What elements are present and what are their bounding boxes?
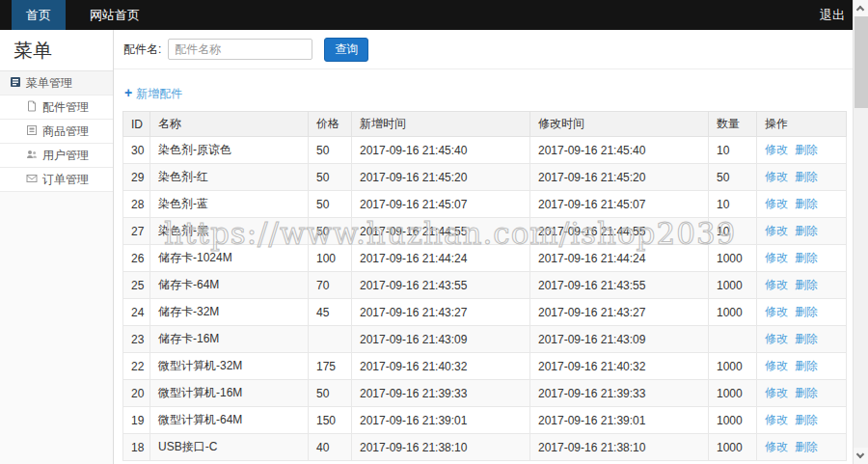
sidebar-item-user-management[interactable]: 用户管理 xyxy=(0,144,113,168)
row-delete-link[interactable]: 删除 xyxy=(795,170,818,183)
cell-modified: 2017-09-16 21:43:55 xyxy=(530,272,709,299)
cell-created: 2017-09-16 21:38:10 xyxy=(352,434,530,461)
cell-qty: 1000 xyxy=(709,407,757,434)
table-row: 30 染色剂-原谅色 50 2017-09-16 21:45:40 2017-0… xyxy=(123,137,847,164)
table-row: 24 储存卡-32M 45 2017-09-16 21:43:27 2017-0… xyxy=(123,299,847,326)
row-edit-link[interactable]: 修改 xyxy=(765,170,788,183)
cell-created: 2017-09-16 21:40:32 xyxy=(352,353,530,380)
search-button[interactable]: 查询 xyxy=(324,38,368,62)
row-delete-link[interactable]: 删除 xyxy=(795,305,818,318)
cell-actions: 修改删除 xyxy=(757,353,847,380)
cell-name: 染色剂-黑 xyxy=(150,218,309,245)
table-row: 28 染色剂-蓝 50 2017-09-16 21:45:07 2017-09-… xyxy=(123,191,847,218)
sidebar-item-order-management[interactable]: 订单管理 xyxy=(0,168,113,192)
row-edit-link[interactable]: 修改 xyxy=(765,251,788,264)
cell-price: 50 xyxy=(309,380,352,407)
cell-id: 29 xyxy=(123,164,150,191)
cell-qty: 10 xyxy=(709,218,757,245)
row-edit-link[interactable]: 修改 xyxy=(765,359,788,372)
cell-price: 40 xyxy=(309,434,352,461)
cell-created: 2017-09-16 21:43:27 xyxy=(352,299,530,326)
add-part-label: 新增配件 xyxy=(136,87,182,100)
main-area: 菜单 菜单管理 配件管理 商品管理 用户管理 xyxy=(0,30,853,464)
cell-actions: 修改删除 xyxy=(757,218,847,245)
cell-modified: 2017-09-16 21:40:32 xyxy=(530,353,709,380)
file-icon xyxy=(26,100,38,115)
cell-qty: 50 xyxy=(709,164,757,191)
row-delete-link[interactable]: 删除 xyxy=(795,440,818,453)
row-delete-link[interactable]: 删除 xyxy=(795,251,818,264)
cell-price: 50 xyxy=(309,164,352,191)
cell-price: 50 xyxy=(309,137,352,164)
cell-created: 2017-09-16 21:43:55 xyxy=(352,272,530,299)
row-delete-link[interactable]: 删除 xyxy=(795,413,818,426)
cell-modified: 2017-09-16 21:43:27 xyxy=(530,299,709,326)
row-edit-link[interactable]: 修改 xyxy=(765,305,788,318)
row-delete-link[interactable]: 删除 xyxy=(795,386,818,399)
sidebar-item-product-management[interactable]: 商品管理 xyxy=(0,120,113,144)
parts-table: ID 名称 价格 新增时间 修改时间 数量 操作 30 染色剂-原谅色 50 2… xyxy=(122,111,847,461)
cell-actions: 修改删除 xyxy=(757,245,847,272)
scroll-up-arrow-icon[interactable] xyxy=(854,0,868,16)
row-delete-link[interactable]: 删除 xyxy=(795,332,818,345)
plus-icon: + xyxy=(124,85,132,100)
table-row: 25 储存卡-64M 70 2017-09-16 21:43:55 2017-0… xyxy=(123,272,847,299)
search-bar: 配件名: 查询 xyxy=(114,30,853,69)
cell-id: 23 xyxy=(123,326,150,353)
column-header-qty: 数量 xyxy=(709,112,757,137)
cell-id: 18 xyxy=(123,434,150,461)
column-header-modified: 修改时间 xyxy=(530,112,709,137)
sidebar-item-parts-management[interactable]: 配件管理 xyxy=(0,96,113,120)
cell-created: 2017-09-16 21:44:24 xyxy=(352,245,530,272)
cell-price: 175 xyxy=(309,353,352,380)
cell-price: 50 xyxy=(309,191,352,218)
scroll-down-arrow-icon[interactable] xyxy=(854,448,868,464)
cell-created: 2017-09-16 21:45:40 xyxy=(352,137,530,164)
search-field-label: 配件名: xyxy=(123,41,161,58)
cell-name: 染色剂-原谅色 xyxy=(150,137,309,164)
scrollbar-thumb[interactable] xyxy=(854,16,868,108)
row-delete-link[interactable]: 删除 xyxy=(795,278,818,291)
cell-qty: 10 xyxy=(709,137,757,164)
cell-id: 30 xyxy=(123,137,150,164)
cell-price: 100 xyxy=(309,245,352,272)
row-edit-link[interactable]: 修改 xyxy=(765,197,788,210)
sidebar-item-menu-management[interactable]: 菜单管理 xyxy=(0,71,113,96)
menu-icon xyxy=(10,76,21,91)
cell-name: USB接口-C xyxy=(150,434,309,461)
row-edit-link[interactable]: 修改 xyxy=(765,440,788,453)
row-edit-link[interactable]: 修改 xyxy=(765,278,788,291)
table-row: 18 USB接口-C 40 2017-09-16 21:38:10 2017-0… xyxy=(123,434,847,461)
row-edit-link[interactable]: 修改 xyxy=(765,143,788,156)
cell-price xyxy=(309,326,352,353)
row-delete-link[interactable]: 删除 xyxy=(795,359,818,372)
cell-name: 储存卡-64M xyxy=(150,272,309,299)
row-delete-link[interactable]: 删除 xyxy=(795,224,818,237)
cell-name: 微型计算机-32M xyxy=(150,353,309,380)
row-delete-link[interactable]: 删除 xyxy=(795,197,818,210)
row-edit-link[interactable]: 修改 xyxy=(765,386,788,399)
logout-button[interactable]: 退出 xyxy=(820,0,845,30)
table-row: 26 储存卡-1024M 100 2017-09-16 21:44:24 201… xyxy=(123,245,847,272)
cell-created: 2017-09-16 21:45:20 xyxy=(352,164,530,191)
cell-price: 45 xyxy=(309,299,352,326)
column-header-actions: 操作 xyxy=(757,112,847,137)
cell-created: 2017-09-16 21:39:01 xyxy=(352,407,530,434)
cell-price: 70 xyxy=(309,272,352,299)
tab-home[interactable]: 首页 xyxy=(12,0,66,30)
cell-actions: 修改删除 xyxy=(757,434,847,461)
cell-created: 2017-09-16 21:45:07 xyxy=(352,191,530,218)
row-edit-link[interactable]: 修改 xyxy=(765,224,788,237)
cell-actions: 修改删除 xyxy=(757,326,847,353)
cell-actions: 修改删除 xyxy=(757,299,847,326)
cell-modified: 2017-09-16 21:39:33 xyxy=(530,380,709,407)
row-edit-link[interactable]: 修改 xyxy=(765,332,788,345)
cell-modified: 2017-09-16 21:45:07 xyxy=(530,191,709,218)
search-input[interactable] xyxy=(168,39,312,60)
row-edit-link[interactable]: 修改 xyxy=(765,413,788,426)
tab-site-home[interactable]: 网站首页 xyxy=(75,0,154,30)
product-icon xyxy=(26,124,38,139)
row-delete-link[interactable]: 删除 xyxy=(795,143,818,156)
cell-created: 2017-09-16 21:43:09 xyxy=(352,326,530,353)
add-part-link[interactable]: +新增配件 xyxy=(124,87,182,100)
